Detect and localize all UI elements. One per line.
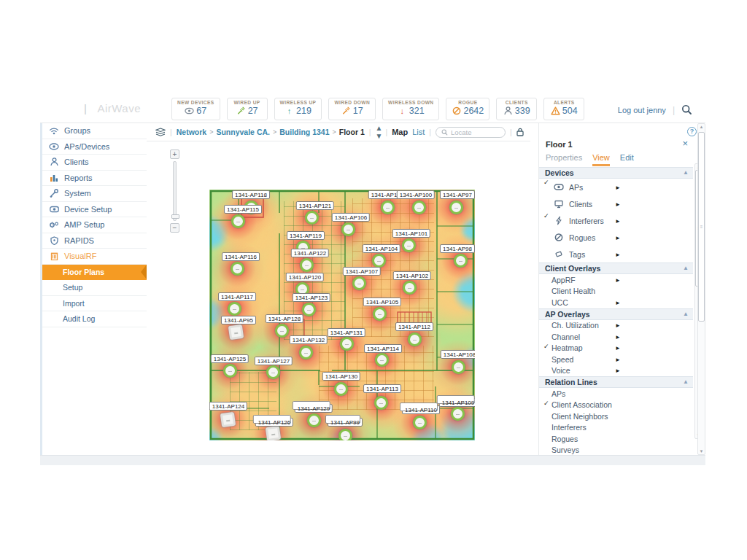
panel-item-speed[interactable]: Speed► [539, 354, 693, 365]
ap-label[interactable]: 1341-AP125 [211, 354, 249, 363]
collapse-caret-icon[interactable]: ▲ [683, 378, 689, 385]
ap-label[interactable]: 1341-AP126 [255, 418, 293, 427]
ap-marker[interactable] [228, 324, 243, 339]
sites-icon[interactable] [155, 128, 166, 136]
ap-label[interactable]: 1341-AP128 [266, 314, 303, 323]
stat-box[interactable]: NEW DEVICES 67 [171, 98, 220, 120]
tab-properties[interactable]: Properties [546, 153, 582, 166]
ap-label[interactable]: 1341-AP100 [397, 190, 435, 199]
ap-marker[interactable] [275, 324, 289, 338]
sidebar-item-audit-log[interactable]: Audit Log [42, 311, 147, 327]
expand-arrow-icon[interactable]: ► [615, 345, 621, 351]
ap-marker[interactable] [412, 201, 426, 214]
stat-box[interactable]: WIRED UP 27 [227, 98, 268, 120]
section-header-client-overlays[interactable]: Client Overlays▲ [539, 262, 693, 274]
sort-updown-icon[interactable]: ▲▼ [376, 124, 382, 140]
ap-marker[interactable] [372, 254, 386, 268]
section-header-ap-overlays[interactable]: AP Overlays▲ [539, 308, 693, 320]
ap-marker[interactable] [231, 262, 244, 276]
ap-marker[interactable] [403, 281, 417, 295]
stat-box[interactable]: WIRELESS UP ↑ 219 [274, 98, 322, 120]
ap-label[interactable]: 1341-AP95 [221, 316, 256, 324]
panel-item-aps[interactable]: APs [539, 388, 693, 400]
collapse-caret-icon[interactable]: ▲ [683, 169, 689, 176]
ap-marker[interactable] [305, 211, 319, 225]
ap-label[interactable]: 1341-AP98 [440, 244, 475, 253]
ap-label[interactable]: 1341-AP123 [293, 293, 330, 302]
expand-arrow-icon[interactable]: ► [615, 251, 621, 257]
ap-marker[interactable] [408, 332, 422, 346]
sidebar-item-aps-devices[interactable]: APs/Devices [42, 139, 147, 155]
panel-item-rogues[interactable]: Rogues► [539, 229, 693, 246]
expand-arrow-icon[interactable]: ► [615, 322, 621, 329]
ap-marker[interactable] [220, 411, 235, 427]
help-icon[interactable]: ? [687, 127, 697, 136]
map-toggle[interactable]: Map [392, 128, 408, 136]
ap-marker[interactable] [381, 201, 395, 214]
ap-marker[interactable] [352, 276, 366, 290]
logout-link[interactable]: Log out jenny [618, 106, 666, 114]
ap-label[interactable]: 1341-AP105 [363, 298, 401, 306]
stat-box[interactable]: ALERTS 504 [543, 98, 584, 120]
ap-label[interactable]: 1341-AP113 [363, 384, 401, 393]
ap-marker[interactable] [373, 307, 387, 321]
ap-label[interactable]: 1341-AP129 [295, 404, 333, 413]
panel-item-rogues[interactable]: Rogues [539, 433, 693, 445]
sidebar-item-setup[interactable]: Setup [42, 280, 147, 296]
ap-label[interactable]: 1341-AP130 [322, 372, 360, 381]
ap-marker[interactable] [449, 201, 463, 214]
sidebar-item-amp-setup[interactable]: AMP Setup [42, 217, 147, 233]
panel-item-ucc[interactable]: UCC► [539, 297, 693, 308]
list-toggle[interactable]: List [412, 128, 425, 136]
sidebar-item-floor-plans[interactable]: Floor Plans [42, 265, 147, 281]
panel-item-client-neighbors[interactable]: Client Neighbors [539, 411, 693, 422]
sidebar-item-system[interactable]: System [42, 186, 147, 202]
panel-item-client-health[interactable]: Client Health [539, 286, 693, 298]
ap-label[interactable]: 1341-AP122 [291, 249, 329, 257]
panel-item-apprf[interactable]: AppRF► [539, 274, 693, 286]
ap-label[interactable]: 1341-AP132 [290, 335, 328, 344]
zoom-out-button[interactable]: − [170, 223, 179, 233]
ap-label[interactable]: 1341-AP107 [343, 267, 381, 276]
ap-marker[interactable] [374, 396, 388, 410]
ap-label[interactable]: 1341-AP115 [224, 205, 262, 214]
panel-item-voice[interactable]: Voice► [539, 365, 693, 377]
ap-marker[interactable] [340, 337, 354, 351]
sidebar-item-groups[interactable]: Groups [42, 123, 147, 139]
expand-arrow-icon[interactable]: ► [615, 217, 621, 224]
ap-marker[interactable] [302, 303, 316, 316]
stat-box[interactable]: CLIENTS 339 [496, 98, 537, 120]
locate-input[interactable]: Locate [436, 127, 506, 138]
sidebar-item-device-setup[interactable]: Device Setup [42, 202, 147, 218]
search-icon[interactable] [681, 104, 692, 115]
zoom-slider-handle[interactable] [171, 214, 179, 219]
sidebar-item-reports[interactable]: Reports [42, 171, 147, 187]
ap-label[interactable]: 1341-AP116 [222, 252, 260, 261]
page-scrollbar-thumb[interactable] [698, 132, 705, 322]
panel-item-ch-utilization[interactable]: Ch. Utilization► [539, 320, 693, 332]
expand-arrow-icon[interactable]: ► [615, 184, 621, 190]
sidebar-item-visualrf[interactable]: VisualRF [42, 249, 147, 265]
ap-marker[interactable] [307, 413, 321, 427]
floorplan-map[interactable]: 1341-AP1181341-AP1031341-AP1001341-AP971… [209, 190, 475, 440]
sidebar-item-rapids[interactable]: RAPIDS [42, 233, 147, 249]
tab-view[interactable]: View [592, 153, 610, 166]
ap-label[interactable]: 1341-AP121 [296, 201, 334, 210]
ap-marker[interactable] [265, 425, 280, 440]
tab-edit[interactable]: Edit [620, 153, 634, 166]
crumb-building[interactable]: Building 1341 [279, 128, 329, 136]
expand-arrow-icon[interactable]: ► [615, 368, 621, 374]
stat-box[interactable]: ROGUE 2642 [446, 98, 489, 120]
ap-label[interactable]: 1341-AP120 [286, 273, 324, 281]
ap-label[interactable]: 1341-AP110 [402, 405, 440, 414]
expand-arrow-icon[interactable]: ► [615, 356, 621, 362]
ap-label[interactable]: 1341-AP99 [328, 418, 363, 427]
scroll-down-icon[interactable]: ▼ [698, 449, 705, 454]
ap-label[interactable]: 1341-AP117 [218, 292, 256, 301]
ap-label[interactable]: 1341-AP106 [332, 213, 370, 222]
panel-item-client-association[interactable]: ✓Client Association [539, 400, 693, 411]
crumb-network[interactable]: Network [177, 128, 206, 136]
expand-arrow-icon[interactable]: ► [615, 299, 621, 306]
section-header-relation-lines[interactable]: Relation Lines▲ [539, 376, 693, 388]
collapse-caret-icon[interactable]: ▲ [683, 311, 689, 317]
